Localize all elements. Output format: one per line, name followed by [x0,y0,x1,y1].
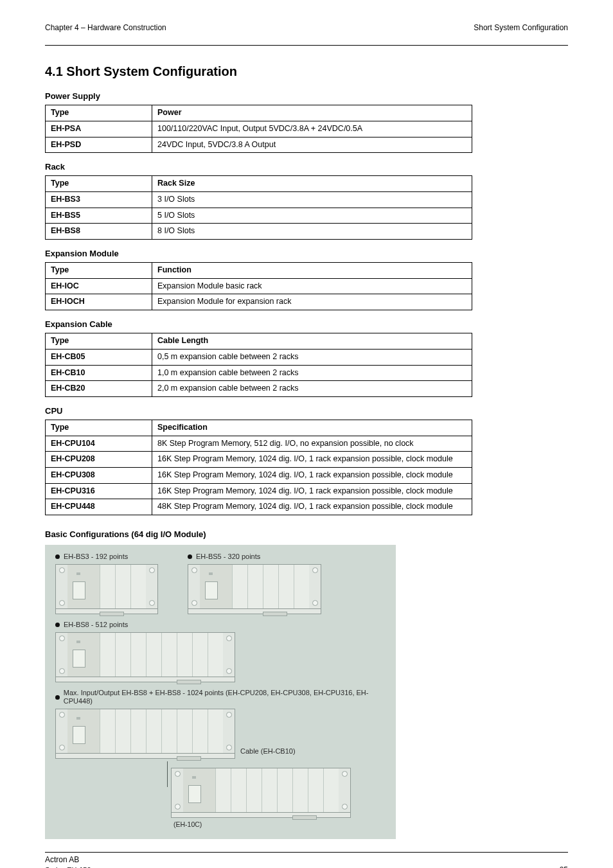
table-row: EH-CPU316 16K Step Program Memory, 1024 … [46,483,472,499]
page-number: 25 [560,865,568,868]
figure-max-block: Max. Input/Output EH-BS8 + EH-BS8 - 1024… [55,689,386,829]
figure-bs5-block: EH-BS5 - 320 points [188,553,321,614]
table-row: EH-CB20 2,0 m expansion cable between 2 … [46,381,472,397]
table-header: Function [152,263,472,279]
figure-bs3-block: EH-BS3 - 192 points [55,553,158,614]
table-row: EH-BS3 3 I/O Slots [46,192,472,208]
figure-bs8-block: EH-BS8 - 512 points [55,621,356,682]
header-rule [45,45,568,46]
cable-label: Expansion Cable [45,319,568,330]
table-header: Type [46,176,152,192]
table-row: EH-CB05 0,5 m expansion cable between 2 … [46,349,472,365]
table-row: EH-CPU448 48K Step Program Memory, 1024 … [46,499,472,515]
cell-type: EH-CPU448 [46,499,152,515]
bullet-icon [55,554,60,559]
power-supply-table: Type Power EH-PSA 100/110/220VAC Input, … [45,105,472,153]
rack-max-bottom-diagram [171,768,351,813]
cell-spec: 5 I/O Slots [152,208,472,224]
cable-table: Type Cable Length EH-CB05 0,5 m expansio… [45,333,472,397]
rack-bs8-diagram [55,632,235,677]
cell-type: EH-PSA [46,121,152,137]
cell-type: EH-BS8 [46,224,152,240]
table-row: EH-IOCH Expansion Module for expansion r… [46,294,472,310]
cell-type: EH-PSD [46,137,152,153]
cell-type: EH-CPU104 [46,436,152,452]
table-row: EH-PSD 24VDC Input, 5VDC/3.8 A Output [46,137,472,153]
chapter-right: Short System Configuration [474,23,568,33]
table-header: Type [46,263,152,279]
figure-cable-label: Cable (EH-CB10) [240,747,296,755]
figure-bs3-label: EH-BS3 - 192 points [64,553,128,562]
rack-max-top-diagram [55,709,235,754]
figure-ioc-label: (EH-10C) [173,820,386,829]
rack-label: Rack [45,162,568,172]
table-row: EH-IOC Expansion Module basic rack [46,278,472,294]
bullet-icon [188,554,192,559]
cell-spec: 100/110/220VAC Input, Output 5VDC/3.8A +… [152,121,472,137]
cell-spec: 16K Step Program Memory, 1024 dig. I/O, … [152,467,472,483]
table-header: Specification [152,420,472,436]
cell-type: EH-BS3 [46,192,152,208]
cell-spec: 0,5 m expansion cable between 2 racks [152,349,472,365]
table-header: Type [46,105,152,121]
table-row: EH-CB10 1,0 m expansion cable between 2 … [46,365,472,381]
cell-type: EH-CB10 [46,365,152,381]
rack-bs3-diagram [55,564,158,609]
figure-bs8-label: EH-BS8 - 512 points [64,621,128,630]
cell-type: EH-CB05 [46,349,152,365]
table-header: Cable Length [152,333,472,350]
table-row: EH-CPU308 16K Step Program Memory, 1024 … [46,467,472,483]
cell-type: EH-IOC [46,278,152,294]
chapter-left: Chapter 4 – Hardware Construction [45,23,166,33]
cell-type: EH-CB20 [46,381,152,397]
cell-type: EH-IOCH [46,294,152,310]
table-row: EH-CPU104 8K Step Program Memory, 512 di… [46,436,472,452]
cell-type: EH-CPU316 [46,483,152,499]
cell-spec: 1,0 m expansion cable between 2 racks [152,365,472,381]
table-header: Rack Size [152,176,472,192]
cell-spec: 2,0 m expansion cable between 2 racks [152,381,472,397]
cell-spec: 3 I/O Slots [152,192,472,208]
power-supply-label: Power Supply [45,91,568,102]
cell-spec: 8K Step Program Memory, 512 dig. I/O, no… [152,436,472,452]
figure-caption: Basic Configurations (64 dig I/O Module) [45,529,568,540]
figure-bs5-label: EH-BS5 - 320 points [196,553,260,562]
figure-max-label: Max. Input/Output EH-BS8 + EH-BS8 - 1024… [64,689,386,707]
cell-spec: 8 I/O Slots [152,224,472,240]
cpu-table: Type Specification EH-CPU104 8K Step Pro… [45,420,472,515]
bullet-icon [55,695,60,700]
cell-spec: 16K Step Program Memory, 1024 dig. I/O, … [152,452,472,468]
bullet-icon [55,623,60,627]
rack-table: Type Rack Size EH-BS3 3 I/O Slots EH-BS5… [45,175,472,240]
cell-spec: Expansion Module for expansion rack [152,294,472,310]
rack-bs5-diagram [188,564,321,609]
footer-company: Actron AB [45,855,79,864]
section-title: 4.1 Short System Configuration [45,64,568,80]
table-header: Type [46,333,152,350]
page-header: Chapter 4 – Hardware Construction Short … [45,23,568,33]
expansion-table: Type Function EH-IOC Expansion Module ba… [45,262,472,310]
cell-spec: Expansion Module basic rack [152,278,472,294]
table-row: EH-CPU208 16K Step Program Memory, 1024 … [46,452,472,468]
cell-type: EH-CPU208 [46,452,152,468]
figure-diagram: EH-BS3 - 192 points EH-BS5 - 320 points [45,545,396,839]
cell-spec: 16K Step Program Memory, 1024 dig. I/O, … [152,483,472,499]
cell-spec: 24VDC Input, 5VDC/3.8 A Output [152,137,472,153]
table-header: Power [152,105,472,121]
expansion-label: Expansion Module [45,249,568,259]
footer-rule [45,852,568,853]
page-footer: Actron AB Series EH-150 25 [45,855,568,868]
table-row: EH-BS8 8 I/O Slots [46,224,472,240]
table-row: EH-PSA 100/110/220VAC Input, Output 5VDC… [46,121,472,137]
table-header: Type [46,420,152,436]
cell-type: EH-CPU308 [46,467,152,483]
cpu-label: CPU [45,406,568,416]
cell-type: EH-BS5 [46,208,152,224]
cell-spec: 48K Step Program Memory, 1024 dig. I/O, … [152,499,472,515]
table-row: EH-BS5 5 I/O Slots [46,208,472,224]
